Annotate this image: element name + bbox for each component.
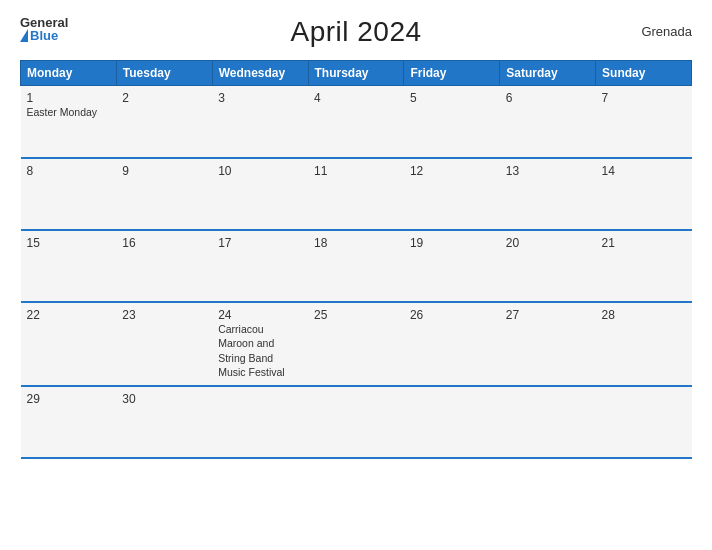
calendar-cell: 3 — [212, 86, 308, 158]
calendar-cell — [404, 386, 500, 458]
calendar-week-row: 15161718192021 — [21, 230, 692, 302]
day-number: 25 — [314, 308, 398, 322]
logo-blue-text: Blue — [20, 29, 68, 42]
day-number: 13 — [506, 164, 590, 178]
calendar-cell — [596, 386, 692, 458]
calendar-cell: 7 — [596, 86, 692, 158]
calendar-week-row: 1Easter Monday234567 — [21, 86, 692, 158]
day-number: 23 — [122, 308, 206, 322]
day-number: 7 — [602, 91, 686, 105]
calendar-cell: 23 — [116, 302, 212, 387]
calendar-cell: 13 — [500, 158, 596, 230]
col-sunday: Sunday — [596, 61, 692, 86]
country-label: Grenada — [641, 24, 692, 39]
weekday-header-row: Monday Tuesday Wednesday Thursday Friday… — [21, 61, 692, 86]
calendar-cell: 17 — [212, 230, 308, 302]
calendar-cell: 6 — [500, 86, 596, 158]
day-number: 14 — [602, 164, 686, 178]
day-number: 6 — [506, 91, 590, 105]
day-number: 28 — [602, 308, 686, 322]
page: General Blue April 2024 Grenada Monday T… — [0, 0, 712, 550]
calendar-cell: 26 — [404, 302, 500, 387]
day-number: 21 — [602, 236, 686, 250]
day-number: 26 — [410, 308, 494, 322]
day-number: 27 — [506, 308, 590, 322]
day-number: 22 — [27, 308, 111, 322]
calendar-cell: 2 — [116, 86, 212, 158]
calendar-cell: 16 — [116, 230, 212, 302]
calendar-cell: 29 — [21, 386, 117, 458]
day-event: Easter Monday — [27, 106, 98, 118]
calendar-cell: 19 — [404, 230, 500, 302]
day-number: 24 — [218, 308, 302, 322]
calendar-cell: 18 — [308, 230, 404, 302]
calendar-week-row: 2930 — [21, 386, 692, 458]
calendar-cell: 12 — [404, 158, 500, 230]
day-number: 11 — [314, 164, 398, 178]
day-number: 20 — [506, 236, 590, 250]
calendar-cell: 27 — [500, 302, 596, 387]
day-number: 3 — [218, 91, 302, 105]
calendar-cell: 15 — [21, 230, 117, 302]
calendar-cell: 11 — [308, 158, 404, 230]
day-number: 16 — [122, 236, 206, 250]
day-number: 4 — [314, 91, 398, 105]
calendar-cell: 22 — [21, 302, 117, 387]
day-number: 5 — [410, 91, 494, 105]
calendar-cell: 5 — [404, 86, 500, 158]
col-friday: Friday — [404, 61, 500, 86]
calendar-cell: 25 — [308, 302, 404, 387]
logo: General Blue — [20, 16, 68, 42]
calendar-cell — [212, 386, 308, 458]
col-saturday: Saturday — [500, 61, 596, 86]
day-number: 18 — [314, 236, 398, 250]
day-number: 10 — [218, 164, 302, 178]
calendar-cell: 9 — [116, 158, 212, 230]
col-wednesday: Wednesday — [212, 61, 308, 86]
calendar-cell — [500, 386, 596, 458]
calendar-week-row: 891011121314 — [21, 158, 692, 230]
day-number: 19 — [410, 236, 494, 250]
day-number: 29 — [27, 392, 111, 406]
calendar-cell: 20 — [500, 230, 596, 302]
logo-triangle-icon — [20, 29, 28, 42]
calendar-cell: 30 — [116, 386, 212, 458]
day-event: Carriacou Maroon and String Band Music F… — [218, 323, 285, 379]
day-number: 8 — [27, 164, 111, 178]
calendar-cell: 14 — [596, 158, 692, 230]
calendar-cell: 24Carriacou Maroon and String Band Music… — [212, 302, 308, 387]
day-number: 30 — [122, 392, 206, 406]
day-number: 15 — [27, 236, 111, 250]
col-tuesday: Tuesday — [116, 61, 212, 86]
calendar-week-row: 222324Carriacou Maroon and String Band M… — [21, 302, 692, 387]
calendar-cell: 28 — [596, 302, 692, 387]
day-number: 17 — [218, 236, 302, 250]
calendar-header: General Blue April 2024 Grenada — [20, 16, 692, 48]
calendar-table: Monday Tuesday Wednesday Thursday Friday… — [20, 60, 692, 459]
day-number: 12 — [410, 164, 494, 178]
calendar-cell: 10 — [212, 158, 308, 230]
calendar-cell: 21 — [596, 230, 692, 302]
calendar-cell — [308, 386, 404, 458]
calendar-cell: 4 — [308, 86, 404, 158]
calendar-cell: 8 — [21, 158, 117, 230]
col-thursday: Thursday — [308, 61, 404, 86]
day-number: 1 — [27, 91, 111, 105]
calendar-cell: 1Easter Monday — [21, 86, 117, 158]
calendar-title: April 2024 — [290, 16, 421, 48]
day-number: 9 — [122, 164, 206, 178]
day-number: 2 — [122, 91, 206, 105]
col-monday: Monday — [21, 61, 117, 86]
